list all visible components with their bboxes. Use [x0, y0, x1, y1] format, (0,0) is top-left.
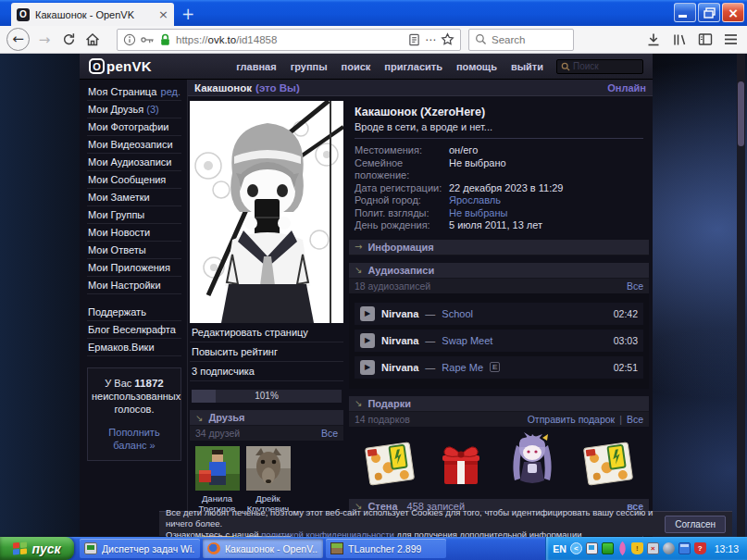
hometown-link[interactable]: Ярославль: [449, 194, 501, 207]
info-section-header[interactable]: → Информация: [349, 240, 649, 255]
maximize-button[interactable]: [698, 3, 720, 22]
site-search-input[interactable]: [573, 61, 638, 71]
sidebar-item-settings[interactable]: Мои Настройки: [87, 277, 181, 294]
gift-nugget-box[interactable]: [364, 440, 416, 488]
antivirus-shield-icon[interactable]: ?: [694, 542, 706, 554]
gifts-all-link[interactable]: Все: [627, 414, 643, 425]
nav-invite[interactable]: пригласить: [384, 61, 442, 72]
page-scrollbar[interactable]: [737, 54, 745, 537]
volume-meter-icon[interactable]: [602, 542, 614, 554]
friend-card[interactable]: ДрейкКрутоевич: [243, 446, 293, 514]
sidebars-button[interactable]: [698, 32, 713, 46]
gifts-section-header[interactable]: ↘ Подарки: [349, 396, 649, 412]
friend-avatar[interactable]: [195, 446, 240, 491]
send-gift-link[interactable]: Отправить подарок: [528, 414, 616, 425]
nav-help[interactable]: помощь: [456, 61, 497, 72]
gift-anime-girl[interactable]: [505, 432, 559, 488]
search-input[interactable]: [492, 34, 556, 45]
edit-link[interactable]: ред.: [161, 86, 181, 97]
new-tab-button[interactable]: +: [181, 5, 194, 23]
friend-card[interactable]: ДанилаТрегулов: [193, 446, 242, 514]
audio-section-header[interactable]: ↘ Аудиозаписи: [349, 263, 649, 279]
task-button-task-manager[interactable]: Диспетчер задач Wi...: [80, 539, 200, 558]
play-icon[interactable]: ▶: [360, 360, 375, 375]
play-icon[interactable]: ▶: [360, 333, 375, 348]
url-bar[interactable]: https://ovk.to/id14858 ⋯: [117, 29, 461, 51]
increase-rating-link[interactable]: Повысить рейтинг: [190, 342, 343, 362]
sidebar-item-wiki[interactable]: Ермаков.Вики: [87, 339, 181, 356]
network-error-icon[interactable]: ×: [647, 542, 659, 554]
minimize-button[interactable]: [674, 3, 696, 22]
task-button-browser[interactable]: Какашонок - OpenV...: [203, 539, 323, 558]
close-button[interactable]: ×: [722, 3, 744, 22]
marital-value: Не выбрано: [449, 157, 506, 182]
bookmark-star-icon[interactable]: [441, 32, 454, 46]
page-info-icon[interactable]: [123, 33, 136, 46]
audio-track[interactable]: ▶ Nirvana — School 02:42: [355, 303, 643, 325]
network-monitor-icon[interactable]: [586, 542, 598, 554]
friend-avatar[interactable]: [246, 446, 291, 491]
reload-icon: [62, 32, 76, 46]
reload-button[interactable]: [57, 32, 80, 46]
sidebar-item-answers[interactable]: Мои Ответы: [87, 242, 181, 259]
profile-status[interactable]: Вроде в сети, а вроде и нет...: [355, 121, 643, 132]
sidebar-item-photos[interactable]: Мои Фотографии: [87, 118, 181, 136]
sidebar-item-videos[interactable]: Мои Видеозаписи: [87, 136, 181, 154]
audio-track[interactable]: ▶ Nirvana — Swap Meet 03:03: [355, 330, 643, 352]
subscribers-link[interactable]: 3 подписчика: [190, 362, 343, 381]
nav-search[interactable]: поиск: [342, 61, 371, 72]
minimize-icon: [679, 15, 687, 18]
reader-mode-icon[interactable]: [408, 33, 420, 46]
gift-nugget-box[interactable]: [582, 440, 634, 488]
start-button[interactable]: пуск: [0, 537, 74, 560]
sidebar-item-friends[interactable]: Мои Друзья (3): [87, 101, 181, 118]
friends-section-header[interactable]: ↘ Друзья: [190, 410, 343, 426]
update-orb-icon[interactable]: [663, 542, 675, 554]
sidebar-item-notes[interactable]: Мои Заметки: [87, 189, 181, 206]
sidebar-item-news[interactable]: Мои Новости: [87, 224, 181, 242]
sidebar-item-groups[interactable]: Мои Группы: [87, 206, 181, 224]
sidebar-item-audios[interactable]: Мои Аудиозаписи: [87, 154, 181, 171]
security-warning-icon[interactable]: !: [631, 542, 643, 554]
privacy-policy-link[interactable]: политикой конфиденциальности: [261, 529, 394, 537]
sidebar-item-apps[interactable]: Мои Приложения: [87, 259, 181, 277]
gift-present-box[interactable]: [439, 440, 483, 488]
sidebar-item-blog[interactable]: Блог Веселкрафта: [87, 321, 181, 339]
profile-avatar[interactable]: [190, 101, 343, 323]
audio-all-link[interactable]: Все: [627, 280, 643, 292]
openvk-logo[interactable]: O penVK: [89, 58, 152, 74]
browser-tab[interactable]: O Какашонок - OpenVK ×: [11, 3, 174, 26]
audio-track[interactable]: ▶ Nirvana — Rape Me E 02:51: [355, 356, 643, 379]
task-button-tlauncher[interactable]: TLauncher 2.899: [326, 539, 446, 558]
sidebar-item-messages[interactable]: Мои Сообщения: [87, 171, 181, 189]
site-search-box[interactable]: [556, 59, 643, 74]
nav-logout[interactable]: выйти: [511, 61, 543, 72]
scrollbar-thumb[interactable]: [738, 81, 744, 146]
downloads-button[interactable]: [646, 32, 661, 47]
page-actions-icon[interactable]: ⋯: [425, 33, 436, 46]
edit-page-link[interactable]: Редактировать страницу: [190, 323, 343, 342]
cookie-agree-button[interactable]: Согласен: [665, 516, 726, 533]
play-icon[interactable]: ▶: [360, 306, 375, 321]
permissions-key-icon[interactable]: [141, 34, 155, 45]
nav-groups[interactable]: группы: [291, 61, 328, 72]
sidebar-item-donate[interactable]: Поддержать: [87, 304, 181, 321]
tab-close-icon[interactable]: ×: [158, 8, 168, 20]
nav-home[interactable]: главная: [236, 61, 276, 72]
politics-link[interactable]: Не выбраны: [449, 207, 507, 220]
friends-all-link[interactable]: Все: [321, 428, 338, 439]
url-text[interactable]: https://ovk.to/id14858: [176, 34, 404, 45]
hide-icons-chevron[interactable]: <: [570, 542, 582, 554]
window-app-icon[interactable]: [679, 542, 691, 554]
language-indicator[interactable]: EN: [553, 543, 566, 554]
menu-hamburger-button[interactable]: [724, 33, 738, 45]
search-bar[interactable]: [468, 29, 574, 51]
home-button[interactable]: [81, 32, 104, 47]
pen-icon[interactable]: [615, 541, 629, 556]
back-button[interactable]: ←: [6, 28, 30, 51]
its-you-label[interactable]: (это Вы): [255, 82, 300, 93]
forward-button[interactable]: →: [33, 31, 56, 48]
library-button[interactable]: [672, 32, 687, 47]
top-up-balance-link[interactable]: Пополнить баланс »: [92, 426, 177, 452]
sidebar-item-my-page[interactable]: ред.Моя Страница: [87, 83, 181, 101]
